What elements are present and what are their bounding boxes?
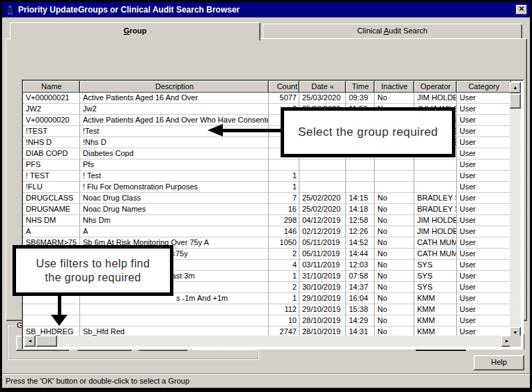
cell-count: 1050 <box>269 237 299 249</box>
cell-count: 1 <box>269 293 299 304</box>
dialog-window: Priority UpdateGroups or Clinical Audit … <box>0 0 532 392</box>
cell-name: JW2 <box>23 104 80 115</box>
column-header-time[interactable]: Time <box>346 81 375 93</box>
cell-date: 31/10/2019 <box>299 271 346 282</box>
tab-group[interactable]: Group <box>10 22 260 40</box>
column-header-operator[interactable]: Operator <box>414 81 457 93</box>
table-row[interactable]: 1028/10/201914:29NoKMMUser <box>23 315 522 327</box>
cell-name: A <box>23 226 80 237</box>
cell-count: 10 <box>269 315 299 327</box>
table-row[interactable]: ! TEST! Test1User <box>23 171 522 182</box>
cell-operator <box>414 182 457 193</box>
cell-inactive: No <box>375 93 414 104</box>
cell-inactive: No <box>375 215 414 226</box>
cell-count: 1 <box>269 171 299 182</box>
cell-name: V+00000021 <box>23 93 80 104</box>
vertical-scrollbar[interactable]: ▲ ▼ <box>510 82 521 338</box>
cell-inactive: No <box>375 260 414 271</box>
table-row[interactable]: DRUGNAMENoac Drug Names1625/02/202014:18… <box>23 204 522 215</box>
cell-time: 14:15 <box>346 193 375 204</box>
table-row[interactable]: PFSPfsUser <box>23 159 522 171</box>
column-header-inactive[interactable]: Inactive <box>375 81 414 93</box>
cell-category: User <box>457 93 511 104</box>
cell-desc: Diabetes Copd <box>80 148 269 159</box>
cell-name <box>23 304 80 315</box>
cell-inactive: No <box>375 271 414 282</box>
cell-date: 30/10/2019 <box>299 282 346 293</box>
cell-operator: SYS <box>414 282 457 293</box>
cell-name: !NHS D <box>23 137 80 148</box>
cell-category: User <box>457 215 511 226</box>
cell-category: User <box>457 315 511 327</box>
cell-category: User <box>457 193 511 204</box>
cell-category: User <box>457 126 511 137</box>
cell-inactive: No <box>375 193 414 204</box>
cell-desc <box>80 315 269 327</box>
cell-time <box>346 159 375 171</box>
cell-count: 146 <box>269 226 299 237</box>
cell-time: 14:29 <box>346 315 375 327</box>
cell-operator: KMM <box>414 293 457 304</box>
column-header-date[interactable]: Date « <box>299 81 346 93</box>
titlebar: Priority UpdateGroups or Clinical Audit … <box>2 2 530 17</box>
cell-name: DRUGCLASS <box>23 193 80 204</box>
vertical-scroll-thumb[interactable] <box>510 94 521 109</box>
callout-arrow-line-2 <box>58 294 61 316</box>
cell-category: User <box>457 115 511 126</box>
cell-date <box>299 159 346 171</box>
cell-inactive <box>375 159 414 171</box>
cell-count: 4 <box>269 260 299 271</box>
table-row[interactable]: DRUGCLASSNoac Drug Class725/02/202014:15… <box>23 193 522 204</box>
horizontal-scroll-thumb[interactable] <box>36 336 57 347</box>
cell-inactive: No <box>375 293 414 304</box>
column-header-count[interactable]: Count <box>269 81 299 93</box>
cell-inactive: No <box>375 249 414 260</box>
cell-time: 09:39 <box>346 93 375 104</box>
table-row[interactable]: !FLU! Flu For Demonstration Purposes1Use… <box>23 182 522 193</box>
cell-category: User <box>457 304 511 315</box>
cell-category: User <box>457 159 511 171</box>
help-button[interactable]: Help <box>474 355 524 370</box>
table-row[interactable]: V+00000021Active Patients Aged 16 And Ov… <box>23 93 522 104</box>
column-header-name[interactable]: Name <box>23 81 80 93</box>
cell-category: User <box>457 237 511 249</box>
cell-inactive <box>375 171 414 182</box>
cell-date: 04/12/2019 <box>299 215 346 226</box>
cell-time: 14:37 <box>346 282 375 293</box>
cell-operator: JIM HOLDEN <box>414 226 457 237</box>
cell-time: 14:18 <box>346 204 375 215</box>
cell-desc: Noac Drug Class <box>80 193 269 204</box>
table-header-row: NameDescriptionCountDate «TimeInactiveOp… <box>23 81 522 93</box>
table-row[interactable]: NHS DMNhs Dm29804/12/201912:58NoJIM HOLD… <box>23 215 522 226</box>
arrow-down-icon <box>51 315 68 326</box>
cell-desc: Noac Drug Names <box>80 204 269 215</box>
cell-date: 25/02/2020 <box>299 193 346 204</box>
column-header-desc[interactable]: Description <box>80 81 269 93</box>
scroll-up-icon[interactable]: ▲ <box>510 82 521 93</box>
table-row[interactable]: 11229/10/201915:38NoKMMUser <box>23 304 522 315</box>
cell-date: 29/10/2019 <box>299 293 346 304</box>
cell-desc: ! Test <box>80 171 269 182</box>
tab-clinical-audit-search[interactable]: Clinical Audit Search <box>263 24 522 39</box>
cell-count <box>269 159 299 171</box>
scroll-left-icon[interactable]: ◄ <box>24 336 36 347</box>
cell-inactive <box>375 182 414 193</box>
cell-desc: Active Patients Aged 16 And Over <box>80 93 269 104</box>
cell-operator: CATH MUMF <box>414 237 457 249</box>
callout-arrow-line <box>221 129 283 132</box>
cell-operator: BRADLEY SI <box>414 204 457 215</box>
cell-inactive: No <box>375 315 414 327</box>
column-header-category[interactable]: Category <box>457 81 511 93</box>
cell-operator <box>414 159 457 171</box>
close-icon[interactable]: ✕ <box>516 5 527 15</box>
cell-inactive: No <box>375 304 414 315</box>
cell-date <box>299 182 346 193</box>
cell-name: NHS DM <box>23 215 80 226</box>
table-row[interactable]: AA14602/12/201912:26NoJIM HOLDENUser <box>23 226 522 237</box>
cell-name: !TEST <box>23 126 80 137</box>
horizontal-scrollbar[interactable]: ◄ ► <box>24 336 513 347</box>
cell-desc <box>80 304 269 315</box>
cell-date: 02/12/2019 <box>299 226 346 237</box>
cell-count: 7 <box>269 193 299 204</box>
cell-category: User <box>457 226 511 237</box>
